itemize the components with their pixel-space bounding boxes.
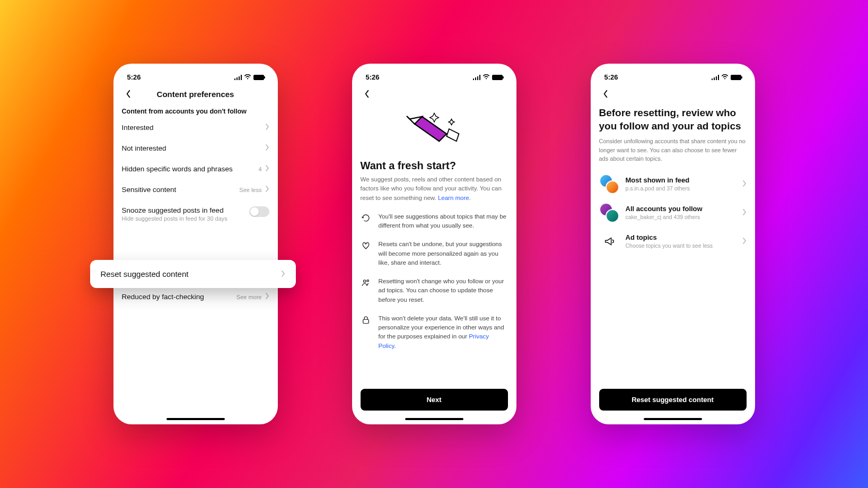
row-ad-topics[interactable]: Ad topics Choose topics you want to see … [599, 231, 747, 251]
chevron-right-icon [281, 269, 285, 278]
wifi-icon [721, 73, 729, 81]
review-list: Most shown in feed p.s.in.a.pod and 37 o… [599, 174, 747, 251]
row-title: All accounts you follow [626, 205, 736, 213]
status-bar: 5:26 [122, 72, 269, 84]
status-time: 5:26 [366, 73, 380, 81]
row-subtitle: cake_baker_cj and 439 others [626, 214, 736, 220]
svg-point-2 [363, 280, 366, 283]
battery-icon [492, 75, 503, 80]
cellular-icon [712, 75, 719, 80]
svg-point-5 [724, 78, 725, 79]
page-title: Content preferences [123, 90, 268, 99]
row-subtitle: p.s.in.a.pod and 37 others [626, 185, 736, 191]
row-sublabel: Hide suggested posts in feed for 30 days [122, 215, 249, 222]
svg-point-3 [367, 280, 369, 282]
svg-rect-4 [363, 319, 369, 324]
phone-content-preferences: 5:26 Content preferences Content from ac… [113, 64, 278, 424]
row-label: Reduced by fact-checking [122, 293, 236, 301]
row-count: 4 [258, 166, 261, 172]
battery-icon [731, 75, 741, 80]
wifi-icon [244, 73, 251, 81]
section-header-unfollowed: Content from accounts you don't follow [122, 104, 269, 117]
status-icons [473, 73, 503, 81]
description: Consider unfollowing accounts that share… [599, 137, 747, 163]
svg-point-1 [485, 78, 486, 79]
row-title: Ad topics [626, 233, 736, 241]
row-label: Hidden specific words and phrases [122, 165, 259, 173]
battery-icon [253, 75, 264, 80]
row-most-shown[interactable]: Most shown in feed p.s.in.a.pod and 37 o… [599, 174, 747, 194]
home-indicator [166, 418, 225, 420]
bullet-lock: This won't delete your data. We'll still… [361, 314, 508, 351]
chevron-right-icon [265, 186, 269, 194]
row-all-accounts[interactable]: All accounts you follow cake_baker_cj an… [599, 203, 747, 223]
chevron-right-icon [742, 179, 747, 189]
avatar-cluster-icon [599, 203, 619, 223]
row-hidden-words[interactable]: Hidden specific words and phrases 4 [122, 159, 269, 179]
cellular-icon [234, 75, 242, 80]
bullet-text: Resets can't be undone, but your suggest… [379, 240, 508, 267]
bullet-text: Resetting won't change who you follow or… [379, 277, 508, 304]
status-time: 5:26 [127, 73, 141, 81]
row-label: Interested [122, 124, 265, 132]
nav-bar [361, 84, 508, 104]
description: We suggest posts, reels and other conten… [361, 175, 508, 203]
row-snooze[interactable]: Snooze suggested posts in feed Hide sugg… [122, 200, 269, 228]
heart-icon [361, 240, 371, 267]
back-button[interactable] [600, 89, 611, 99]
chevron-right-icon [742, 208, 747, 217]
phone-review-before-reset: 5:26 Before resetting, review who you fo… [591, 64, 755, 424]
chevron-right-icon [265, 124, 269, 132]
bullet-text: You'll see suggestions about topics that… [379, 212, 508, 231]
bullet-people: Resetting won't change who you follow or… [361, 277, 508, 304]
status-time: 5:26 [604, 73, 618, 81]
row-label: Not interested [122, 144, 265, 152]
row-label: Snooze suggested posts in feed Hide sugg… [122, 206, 249, 222]
chevron-right-icon [265, 165, 269, 173]
popout-label: Reset suggested content [101, 269, 189, 278]
headline: Before resetting, review who you follow … [599, 104, 747, 137]
svg-point-0 [247, 78, 248, 79]
headline: Want a fresh start? [361, 158, 508, 175]
row-meta: See more [236, 294, 262, 300]
reset-button[interactable]: Reset suggested content [599, 389, 747, 411]
refresh-icon [361, 212, 371, 231]
illustration-pencil-sparkle [361, 104, 508, 158]
snooze-toggle[interactable] [249, 206, 269, 217]
row-reduced-factcheck[interactable]: Reduced by fact-checking See more [122, 286, 269, 307]
row-label-text: Snooze suggested posts in feed [122, 206, 249, 214]
phone-fresh-start: 5:26 Want a fresh start? We suggest post… [352, 64, 516, 424]
bullet-text: This won't delete your data. We'll still… [379, 314, 508, 351]
back-button[interactable] [362, 89, 372, 99]
bullet-list: You'll see suggestions about topics that… [361, 212, 508, 351]
bullet-heart: Resets can't be undone, but your suggest… [361, 240, 508, 267]
reset-suggested-content-row[interactable]: Reset suggested content [90, 260, 296, 288]
chevron-right-icon [265, 144, 269, 152]
row-label: Sensitive content [122, 186, 240, 194]
bullet-refresh: You'll see suggestions about topics that… [361, 212, 508, 231]
avatar-cluster-icon [599, 174, 619, 194]
description-text: We suggest posts, reels and other conten… [361, 176, 502, 201]
wifi-icon [483, 73, 490, 81]
next-button[interactable]: Next [361, 389, 508, 411]
row-meta: See less [239, 187, 261, 193]
lock-icon [361, 314, 371, 351]
nav-bar: Content preferences [122, 84, 269, 104]
status-icons [712, 73, 741, 81]
chevron-right-icon [265, 293, 269, 301]
row-subtitle: Choose topics you want to see less [626, 242, 736, 249]
status-bar: 5:26 [599, 72, 747, 84]
row-not-interested[interactable]: Not interested [122, 138, 269, 159]
nav-bar [599, 84, 747, 104]
row-title: Most shown in feed [626, 176, 736, 184]
cellular-icon [473, 75, 480, 80]
chevron-right-icon [742, 237, 747, 246]
row-interested[interactable]: Interested [122, 117, 269, 138]
status-icons [234, 73, 264, 81]
megaphone-icon [599, 231, 619, 251]
home-indicator [644, 418, 702, 420]
row-sensitive-content[interactable]: Sensitive content See less [122, 179, 269, 200]
home-indicator [405, 418, 463, 420]
status-bar: 5:26 [361, 72, 508, 84]
learn-more-link[interactable]: Learn more [438, 195, 469, 201]
